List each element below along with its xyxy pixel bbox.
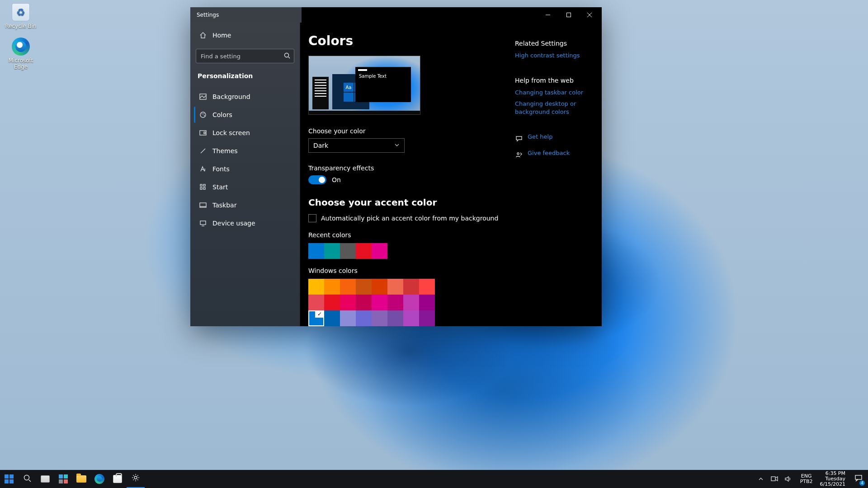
- link-give-feedback[interactable]: Give feedback: [528, 149, 570, 157]
- sidebar-item-fonts[interactable]: Fonts: [194, 161, 296, 177]
- palette-icon: [199, 111, 207, 119]
- sidebar-item-themes[interactable]: Themes: [194, 143, 296, 159]
- search-box[interactable]: [196, 49, 294, 63]
- preview-taskbar: [309, 111, 420, 114]
- minimize-button[interactable]: [538, 7, 558, 23]
- windows-color-swatch[interactable]: [387, 279, 403, 295]
- recent-color-swatch[interactable]: [324, 243, 340, 259]
- desktop-icon-edge[interactable]: Microsoft Edge: [3, 37, 39, 70]
- auto-pick-row[interactable]: Automatically pick an accent color from …: [308, 214, 506, 222]
- windows-color-swatch[interactable]: [356, 279, 372, 295]
- choose-color-dropdown[interactable]: Dark: [308, 138, 405, 153]
- svg-point-10: [204, 115, 205, 116]
- windows-color-swatch[interactable]: [419, 279, 435, 295]
- picture-icon: [199, 93, 207, 101]
- taskbar-widgets-button[interactable]: [54, 470, 72, 488]
- windows-color-swatch[interactable]: [419, 295, 435, 310]
- titlebar[interactable]: Settings: [190, 7, 602, 23]
- recent-color-swatch[interactable]: [340, 243, 356, 259]
- taskbar-start-button[interactable]: [0, 470, 18, 488]
- sidebar-item-label: Device usage: [212, 220, 255, 227]
- taskbar-settings-button[interactable]: [127, 470, 145, 488]
- windows-color-swatch[interactable]: [372, 310, 387, 326]
- search-icon: [284, 52, 290, 60]
- transparency-value: On: [332, 176, 341, 183]
- taskbar-task-view-button[interactable]: [36, 470, 54, 488]
- windows-color-swatch[interactable]: [356, 310, 372, 326]
- windows-color-swatch[interactable]: [372, 295, 387, 310]
- folder-icon: [76, 475, 86, 483]
- windows-color-swatch[interactable]: [340, 279, 356, 295]
- brush-icon: [199, 147, 207, 155]
- edge-icon: [94, 474, 104, 484]
- desktop-icon-recycle-bin[interactable]: Recycle Bin: [3, 3, 39, 29]
- windows-color-swatch[interactable]: [387, 310, 403, 326]
- windows-color-swatch[interactable]: ✓: [308, 310, 324, 326]
- tray-chevron-up-icon[interactable]: [757, 475, 765, 483]
- link-high-contrast[interactable]: High contrast settings: [515, 52, 597, 60]
- link-desktop-colors[interactable]: Changing desktop or background colors: [515, 100, 597, 116]
- windows-color-swatch[interactable]: [340, 310, 356, 326]
- taskbar-file-explorer-button[interactable]: [72, 470, 90, 488]
- device-icon: [199, 219, 207, 227]
- windows-colors-grid: ✓: [308, 279, 506, 326]
- search-icon: [23, 474, 31, 484]
- link-get-help[interactable]: Get help: [528, 133, 552, 141]
- recent-color-swatch[interactable]: [372, 243, 387, 259]
- sidebar-item-colors[interactable]: Colors: [194, 107, 296, 123]
- nav-home[interactable]: Home: [194, 27, 296, 43]
- sidebar-item-device-usage[interactable]: Device usage: [194, 215, 296, 231]
- auto-pick-label: Automatically pick an accent color from …: [321, 215, 498, 222]
- search-input[interactable]: [201, 53, 280, 60]
- desktop: Recycle Bin Microsoft Edge Settings Home: [0, 0, 868, 488]
- tray-clock[interactable]: 6:35 PM Tuesday 6/15/2021: [817, 471, 848, 487]
- windows-color-swatch[interactable]: [419, 310, 435, 326]
- sidebar-item-background[interactable]: Background: [194, 89, 296, 105]
- transparency-toggle[interactable]: [308, 175, 326, 184]
- sidebar-item-taskbar[interactable]: Taskbar: [194, 197, 296, 213]
- link-taskbar-color[interactable]: Changing taskbar color: [515, 89, 597, 97]
- taskbar-search-button[interactable]: [18, 470, 36, 488]
- tray-volume-icon[interactable]: [784, 475, 792, 483]
- sidebar-item-lock-screen[interactable]: Lock screen: [194, 125, 296, 141]
- tray-language[interactable]: ENG PTB2: [798, 474, 815, 484]
- svg-rect-13: [200, 184, 202, 186]
- tray-meet-now-icon[interactable]: [770, 475, 778, 483]
- svg-rect-25: [771, 477, 775, 481]
- windows-color-swatch[interactable]: [403, 295, 419, 310]
- maximize-button[interactable]: [558, 7, 579, 23]
- tray-action-center[interactable]: 4: [851, 470, 866, 488]
- windows-color-swatch[interactable]: [308, 279, 324, 295]
- windows-color-swatch[interactable]: [356, 295, 372, 310]
- page-title: Colors: [308, 33, 506, 48]
- windows-color-swatch[interactable]: [308, 295, 324, 310]
- task-view-icon: [41, 475, 50, 483]
- start-grid-icon: [199, 183, 207, 191]
- taskbar-store-button[interactable]: [108, 470, 127, 488]
- taskbar-edge-button[interactable]: [90, 470, 108, 488]
- windows-color-swatch[interactable]: [403, 279, 419, 295]
- windows-color-swatch[interactable]: [324, 279, 340, 295]
- sidebar-item-label: Lock screen: [212, 129, 250, 136]
- windows-color-swatch[interactable]: [403, 310, 419, 326]
- recent-color-swatch[interactable]: [308, 243, 324, 259]
- widgets-icon: [59, 474, 68, 483]
- sidebar-item-start[interactable]: Start: [194, 179, 296, 195]
- sidebar-item-label: Themes: [212, 147, 238, 155]
- recent-colors-row: [308, 243, 506, 259]
- windows-color-swatch[interactable]: [324, 295, 340, 310]
- svg-point-9: [203, 113, 204, 114]
- taskbar-pinned: [0, 470, 145, 488]
- right-column: Related Settings High contrast settings …: [515, 33, 597, 326]
- windows-color-swatch[interactable]: [340, 295, 356, 310]
- theme-preview: Aa Sample Text: [308, 56, 420, 115]
- windows-color-swatch[interactable]: [324, 310, 340, 326]
- windows-color-swatch[interactable]: [372, 279, 387, 295]
- close-button[interactable]: [579, 7, 600, 23]
- auto-pick-checkbox[interactable]: [308, 214, 316, 222]
- desktop-icon-label: Microsoft Edge: [3, 57, 39, 70]
- recent-color-swatch[interactable]: [356, 243, 372, 259]
- tray-date: 6/15/2021: [820, 482, 845, 487]
- windows-color-swatch[interactable]: [387, 295, 403, 310]
- svg-rect-1: [567, 13, 571, 17]
